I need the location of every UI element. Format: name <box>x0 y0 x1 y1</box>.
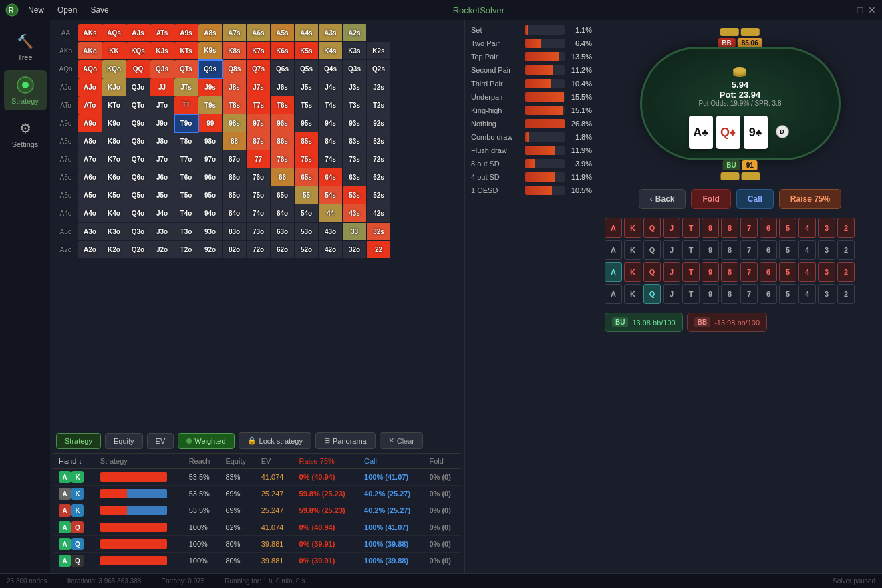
grid-cell[interactable]: Q6s <box>271 60 295 78</box>
grid-cell[interactable]: J4s <box>319 78 343 96</box>
selector-card[interactable]: T <box>682 284 700 304</box>
grid-cell[interactable]: 96o <box>198 168 223 186</box>
grid-cell[interactable]: Q6o <box>126 168 150 186</box>
grid-cell[interactable]: KTs <box>174 42 198 60</box>
menu-new[interactable]: New <box>23 4 49 16</box>
weighted-tab[interactable]: Weighted <box>178 433 234 449</box>
grid-cell[interactable]: 75s <box>295 150 319 168</box>
grid-cell[interactable]: KQs <box>126 42 150 60</box>
selector-card[interactable]: 4 <box>798 262 816 282</box>
grid-cell[interactable]: T6o <box>174 168 198 186</box>
sidebar-item-tree[interactable]: 🔨 Tree <box>4 27 47 67</box>
grid-cell[interactable]: 66 <box>271 168 295 186</box>
grid-cell[interactable]: 42s <box>367 204 391 223</box>
grid-cell[interactable]: AQs <box>102 24 126 42</box>
equity-tab[interactable]: Equity <box>105 433 143 449</box>
table-row[interactable]: AQ100%80%39.8810% (39.91)100% (39.88)0% … <box>53 553 461 569</box>
grid-cell[interactable]: QJs <box>150 60 174 78</box>
grid-cell[interactable]: 88 <box>223 132 247 150</box>
grid-cell[interactable]: A2s <box>343 24 367 42</box>
grid-cell[interactable]: 97o <box>198 150 223 168</box>
grid-cell[interactable]: 83s <box>343 132 367 150</box>
grid-cell[interactable]: 33 <box>343 223 367 241</box>
selector-card[interactable]: 6 <box>760 218 777 238</box>
grid-cell[interactable]: JTs <box>174 78 198 96</box>
grid-cell[interactable]: 84o <box>223 204 247 223</box>
grid-cell[interactable]: Q7o <box>126 150 150 168</box>
grid-cell[interactable]: 32s <box>367 223 391 241</box>
grid-cell[interactable]: K2o <box>102 241 126 259</box>
distribution-item[interactable]: Two Pair6.4% <box>468 37 595 50</box>
selector-card[interactable]: 4 <box>798 284 816 304</box>
fold-button[interactable]: Fold <box>691 189 730 209</box>
grid-cell[interactable]: K5s <box>295 42 319 60</box>
grid-cell[interactable]: 97s <box>247 114 271 132</box>
col-equity[interactable]: Equity <box>220 454 255 469</box>
grid-cell[interactable]: 99 <box>198 114 223 132</box>
distribution-item[interactable]: Nothing26.8% <box>468 117 595 130</box>
selector-card[interactable]: J <box>663 262 680 282</box>
grid-cell[interactable]: ATo <box>78 96 102 114</box>
grid-cell[interactable]: 77 <box>247 150 271 168</box>
selector-card[interactable]: 2 <box>837 284 855 304</box>
selector-card[interactable]: 9 <box>702 240 719 260</box>
grid-cell[interactable]: J3s <box>343 78 367 96</box>
selector-card[interactable]: K <box>624 262 641 282</box>
grid-cell[interactable]: JTo <box>150 96 174 114</box>
selector-card[interactable]: 5 <box>779 284 796 304</box>
grid-cell[interactable]: 92o <box>198 241 223 259</box>
grid-cell[interactable]: J5s <box>295 78 319 96</box>
selector-card[interactable]: K <box>624 284 641 304</box>
selector-card[interactable]: A <box>605 218 622 238</box>
grid-cell[interactable]: 85s <box>295 132 319 150</box>
sidebar-item-settings[interactable]: ⚙ Settings <box>4 114 47 154</box>
grid-cell[interactable]: Q3s <box>343 60 367 78</box>
grid-cell[interactable]: Q3o <box>126 223 150 241</box>
grid-cell[interactable]: T5s <box>295 96 319 114</box>
grid-cell[interactable]: 63s <box>343 168 367 186</box>
grid-cell[interactable]: 76o <box>247 168 271 186</box>
selector-card[interactable]: A <box>605 240 622 260</box>
grid-cell[interactable]: K8o <box>102 132 126 150</box>
grid-cell[interactable]: T8o <box>174 132 198 150</box>
grid-cell[interactable]: J6o <box>150 168 174 186</box>
col-call[interactable]: Call <box>359 454 424 469</box>
grid-cell[interactable]: AKo <box>78 42 102 60</box>
distribution-item[interactable]: 4 out SD11.9% <box>468 170 595 184</box>
selector-card[interactable]: A <box>605 262 622 282</box>
distribution-item[interactable]: Set1.1% <box>468 23 595 37</box>
grid-cell[interactable]: K5o <box>102 186 126 204</box>
grid-cell[interactable]: Q4s <box>319 60 343 78</box>
selector-card[interactable]: 9 <box>702 218 719 238</box>
grid-cell[interactable]: 72s <box>367 150 391 168</box>
grid-cell[interactable]: 76s <box>271 150 295 168</box>
selector-card[interactable]: K <box>624 218 641 238</box>
distribution-item[interactable]: 8 out SD3.9% <box>468 157 595 170</box>
grid-cell[interactable]: A9s <box>174 24 198 42</box>
grid-cell[interactable]: T4o <box>174 204 198 223</box>
grid-cell[interactable]: 72o <box>247 241 271 259</box>
grid-cell[interactable]: KTo <box>102 96 126 114</box>
selector-card[interactable]: A <box>605 284 622 304</box>
back-button[interactable]: ‹ Back <box>639 189 686 209</box>
selector-card[interactable]: 7 <box>740 240 758 260</box>
grid-cell[interactable]: 86o <box>223 168 247 186</box>
selector-card[interactable]: 8 <box>721 240 738 260</box>
grid-cell[interactable]: KQo <box>102 60 126 78</box>
grid-cell[interactable]: A2o <box>78 241 102 259</box>
grid-cell[interactable]: A9o <box>78 114 102 132</box>
grid-cell[interactable]: J9s <box>198 78 223 96</box>
grid-cell[interactable]: K4s <box>319 42 343 60</box>
grid-cell[interactable]: 93s <box>343 114 367 132</box>
grid-cell[interactable]: 65s <box>295 168 319 186</box>
grid-cell[interactable]: 32o <box>343 241 367 259</box>
selector-card[interactable]: T <box>682 262 700 282</box>
selector-card[interactable]: 2 <box>837 240 855 260</box>
panorama-button[interactable]: ⊞ Panorama <box>315 432 376 449</box>
grid-cell[interactable]: J2s <box>367 78 391 96</box>
grid-cell[interactable]: Q2s <box>367 60 391 78</box>
grid-cell[interactable]: J3o <box>150 223 174 241</box>
grid-cell[interactable]: J7s <box>247 78 271 96</box>
distribution-item[interactable]: Combo draw1.8% <box>468 130 595 144</box>
selector-card[interactable]: 9 <box>702 262 719 282</box>
